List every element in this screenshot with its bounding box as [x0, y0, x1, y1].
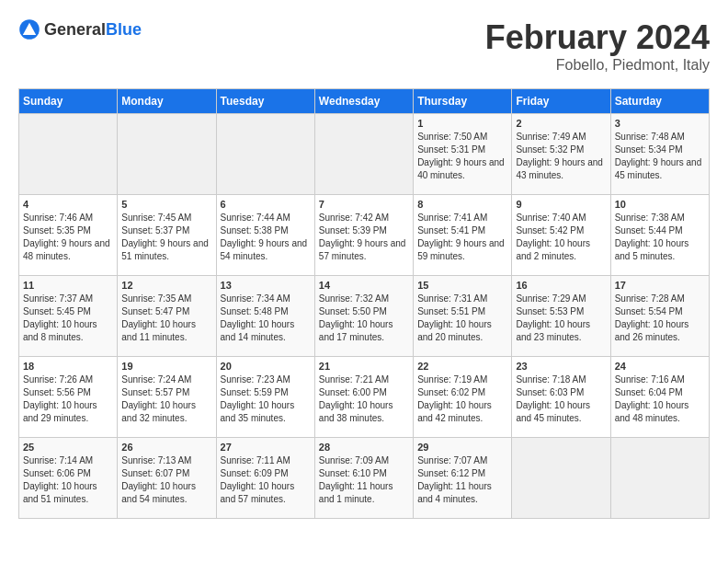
day-number: 16 — [516, 280, 606, 291]
day-number: 19 — [121, 361, 211, 372]
day-info: Sunrise: 7:07 AMSunset: 6:12 PMDaylight:… — [417, 454, 507, 506]
day-number: 11 — [23, 280, 113, 291]
calendar-header-row: Sunday Monday Tuesday Wednesday Thursday… — [19, 89, 710, 114]
table-row — [19, 114, 118, 195]
calendar-week-row: 1Sunrise: 7:50 AMSunset: 5:31 PMDaylight… — [19, 114, 710, 195]
day-info: Sunrise: 7:35 AMSunset: 5:47 PMDaylight:… — [121, 293, 211, 344]
day-number: 27 — [221, 442, 311, 453]
table-row: 21Sunrise: 7:21 AMSunset: 6:00 PMDayligh… — [314, 357, 413, 438]
day-info: Sunrise: 7:19 AMSunset: 6:02 PMDaylight:… — [417, 373, 507, 425]
table-row: 6Sunrise: 7:44 AMSunset: 5:38 PMDaylight… — [216, 195, 314, 276]
table-row: 3Sunrise: 7:48 AMSunset: 5:34 PMDaylight… — [610, 114, 709, 195]
table-row: 13Sunrise: 7:34 AMSunset: 5:48 PMDayligh… — [216, 276, 314, 357]
logo: GeneralBlue — [18, 18, 142, 40]
table-row — [118, 114, 216, 195]
day-info: Sunrise: 7:38 AMSunset: 5:44 PMDaylight:… — [615, 212, 705, 263]
day-number: 29 — [417, 442, 507, 453]
table-row: 19Sunrise: 7:24 AMSunset: 5:57 PMDayligh… — [118, 357, 216, 438]
day-info: Sunrise: 7:32 AMSunset: 5:50 PMDaylight:… — [319, 293, 409, 344]
table-row: 1Sunrise: 7:50 AMSunset: 5:31 PMDaylight… — [414, 114, 512, 195]
day-info: Sunrise: 7:26 AMSunset: 5:56 PMDaylight:… — [23, 373, 113, 425]
table-row: 5Sunrise: 7:45 AMSunset: 5:37 PMDaylight… — [118, 195, 216, 276]
day-info: Sunrise: 7:09 AMSunset: 6:10 PMDaylight:… — [319, 454, 409, 506]
logo-text: GeneralBlue — [44, 20, 142, 40]
table-row — [216, 114, 314, 195]
calendar-week-row: 11Sunrise: 7:37 AMSunset: 5:45 PMDayligh… — [19, 276, 710, 357]
day-info: Sunrise: 7:23 AMSunset: 5:59 PMDaylight:… — [221, 373, 311, 425]
table-row: 9Sunrise: 7:40 AMSunset: 5:42 PMDaylight… — [512, 195, 610, 276]
table-row: 23Sunrise: 7:18 AMSunset: 6:03 PMDayligh… — [512, 357, 610, 438]
table-row: 14Sunrise: 7:32 AMSunset: 5:50 PMDayligh… — [314, 276, 413, 357]
day-info: Sunrise: 7:14 AMSunset: 6:06 PMDaylight:… — [23, 454, 113, 506]
day-info: Sunrise: 7:31 AMSunset: 5:51 PMDaylight:… — [417, 293, 507, 344]
table-row: 26Sunrise: 7:13 AMSunset: 6:07 PMDayligh… — [118, 438, 216, 519]
table-row: 28Sunrise: 7:09 AMSunset: 6:10 PMDayligh… — [314, 438, 413, 519]
day-number: 7 — [319, 199, 409, 210]
day-info: Sunrise: 7:49 AMSunset: 5:32 PMDaylight:… — [516, 131, 606, 182]
table-row: 24Sunrise: 7:16 AMSunset: 6:04 PMDayligh… — [610, 357, 709, 438]
logo-general: General — [44, 20, 106, 39]
day-number: 4 — [23, 199, 113, 210]
subtitle: Fobello, Piedmont, Italy — [485, 57, 710, 74]
day-number: 3 — [615, 118, 705, 129]
day-info: Sunrise: 7:13 AMSunset: 6:07 PMDaylight:… — [121, 454, 211, 506]
day-number: 6 — [221, 199, 311, 210]
col-thursday: Thursday — [414, 89, 512, 114]
day-info: Sunrise: 7:50 AMSunset: 5:31 PMDaylight:… — [417, 131, 507, 182]
logo-icon — [18, 18, 40, 40]
day-number: 25 — [23, 442, 113, 453]
day-number: 28 — [319, 442, 409, 453]
day-number: 1 — [417, 118, 507, 129]
day-info: Sunrise: 7:42 AMSunset: 5:39 PMDaylight:… — [319, 212, 409, 263]
table-row: 11Sunrise: 7:37 AMSunset: 5:45 PMDayligh… — [19, 276, 118, 357]
calendar-week-row: 18Sunrise: 7:26 AMSunset: 5:56 PMDayligh… — [19, 357, 710, 438]
day-info: Sunrise: 7:45 AMSunset: 5:37 PMDaylight:… — [121, 212, 211, 263]
logo-blue: Blue — [106, 20, 142, 39]
day-number: 13 — [221, 280, 311, 291]
day-info: Sunrise: 7:41 AMSunset: 5:41 PMDaylight:… — [417, 212, 507, 263]
table-row: 8Sunrise: 7:41 AMSunset: 5:41 PMDaylight… — [414, 195, 512, 276]
day-number: 17 — [615, 280, 705, 291]
calendar-table: Sunday Monday Tuesday Wednesday Thursday… — [18, 88, 710, 519]
table-row — [512, 438, 610, 519]
table-row — [314, 114, 413, 195]
day-info: Sunrise: 7:40 AMSunset: 5:42 PMDaylight:… — [516, 212, 606, 263]
table-row: 2Sunrise: 7:49 AMSunset: 5:32 PMDaylight… — [512, 114, 610, 195]
day-number: 14 — [319, 280, 409, 291]
day-number: 5 — [121, 199, 211, 210]
day-info: Sunrise: 7:21 AMSunset: 6:00 PMDaylight:… — [319, 373, 409, 425]
col-wednesday: Wednesday — [314, 89, 413, 114]
table-row: 20Sunrise: 7:23 AMSunset: 5:59 PMDayligh… — [216, 357, 314, 438]
day-info: Sunrise: 7:24 AMSunset: 5:57 PMDaylight:… — [121, 373, 211, 425]
table-row: 4Sunrise: 7:46 AMSunset: 5:35 PMDaylight… — [19, 195, 118, 276]
col-monday: Monday — [118, 89, 216, 114]
day-number: 22 — [417, 361, 507, 372]
day-info: Sunrise: 7:16 AMSunset: 6:04 PMDaylight:… — [615, 373, 705, 425]
day-number: 24 — [615, 361, 705, 372]
table-row: 29Sunrise: 7:07 AMSunset: 6:12 PMDayligh… — [414, 438, 512, 519]
header: GeneralBlue February 2024 Fobello, Piedm… — [18, 18, 710, 74]
day-number: 15 — [417, 280, 507, 291]
day-number: 2 — [516, 118, 606, 129]
day-info: Sunrise: 7:11 AMSunset: 6:09 PMDaylight:… — [221, 454, 311, 506]
day-number: 9 — [516, 199, 606, 210]
table-row: 10Sunrise: 7:38 AMSunset: 5:44 PMDayligh… — [610, 195, 709, 276]
day-number: 10 — [615, 199, 705, 210]
table-row: 22Sunrise: 7:19 AMSunset: 6:02 PMDayligh… — [414, 357, 512, 438]
table-row: 18Sunrise: 7:26 AMSunset: 5:56 PMDayligh… — [19, 357, 118, 438]
col-friday: Friday — [512, 89, 610, 114]
col-tuesday: Tuesday — [216, 89, 314, 114]
table-row: 17Sunrise: 7:28 AMSunset: 5:54 PMDayligh… — [610, 276, 709, 357]
day-number: 20 — [221, 361, 311, 372]
table-row: 15Sunrise: 7:31 AMSunset: 5:51 PMDayligh… — [414, 276, 512, 357]
day-info: Sunrise: 7:18 AMSunset: 6:03 PMDaylight:… — [516, 373, 606, 425]
day-number: 23 — [516, 361, 606, 372]
day-info: Sunrise: 7:34 AMSunset: 5:48 PMDaylight:… — [221, 293, 311, 344]
day-info: Sunrise: 7:48 AMSunset: 5:34 PMDaylight:… — [615, 131, 705, 182]
day-number: 12 — [121, 280, 211, 291]
day-number: 26 — [121, 442, 211, 453]
col-saturday: Saturday — [610, 89, 709, 114]
calendar-week-row: 4Sunrise: 7:46 AMSunset: 5:35 PMDaylight… — [19, 195, 710, 276]
table-row: 12Sunrise: 7:35 AMSunset: 5:47 PMDayligh… — [118, 276, 216, 357]
calendar-week-row: 25Sunrise: 7:14 AMSunset: 6:06 PMDayligh… — [19, 438, 710, 519]
